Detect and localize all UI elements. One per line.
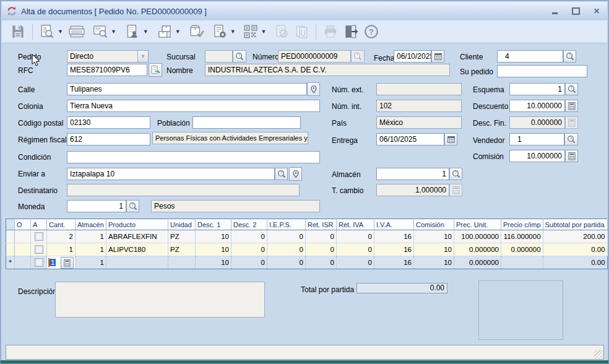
grid-header[interactable]: Producto <box>106 219 168 230</box>
comision-calculator-icon[interactable] <box>565 150 578 162</box>
cliente-search-icon[interactable] <box>563 50 576 63</box>
grid-cell[interactable]: 1 <box>47 243 76 256</box>
grid-header[interactable]: I.E.P.S. <box>267 219 306 230</box>
grid-cell[interactable]: 0 <box>267 243 306 256</box>
chevron-down-icon[interactable]: ▼ <box>261 28 267 35</box>
grid-cell-o[interactable] <box>15 230 31 243</box>
grid-header[interactable]: Ret. IVA <box>337 219 374 230</box>
grid-cell[interactable]: 0 <box>306 256 337 269</box>
rfc-validate-icon[interactable] <box>149 63 162 77</box>
grid-cell-o[interactable] <box>15 256 31 269</box>
grid-cell[interactable]: 0.000000 <box>454 243 501 256</box>
grid-cell[interactable]: 0 <box>306 243 337 256</box>
grid-cell[interactable]: 0.000000 <box>454 256 501 269</box>
stock-confirm-icon[interactable] <box>189 22 205 41</box>
grid-cell[interactable]: ALIPVC180 <box>106 243 168 256</box>
document-search-icon[interactable] <box>92 22 108 41</box>
num-int-field[interactable]: 102 <box>376 100 462 112</box>
grid-cell[interactable]: 0 <box>231 243 267 256</box>
grid-cell[interactable]: 0.00 <box>543 243 607 256</box>
grid-header[interactable]: Desc. 2 <box>231 219 267 230</box>
grid-cell[interactable]: 0 <box>337 230 374 243</box>
grid-cell-checkbox[interactable] <box>31 256 47 269</box>
grid-cell[interactable]: 10 <box>414 230 454 243</box>
calle-field[interactable]: Tulipanes <box>67 83 307 95</box>
grid-header[interactable]: Precio c/imp <box>501 219 543 230</box>
grid-cell[interactable]: 0 <box>306 230 337 243</box>
chevron-down-icon[interactable]: ▼ <box>111 28 116 35</box>
grid-cell[interactable]: 0 <box>231 256 267 269</box>
sucursal-search-icon[interactable] <box>233 50 246 63</box>
grid-cell[interactable] <box>168 256 196 269</box>
grid-cell-o[interactable] <box>15 243 31 256</box>
catalog-search-icon[interactable] <box>39 22 55 41</box>
grid-cell[interactable]: PZ <box>168 243 196 256</box>
condicion-field[interactable] <box>67 151 320 163</box>
client-info-icon[interactable] <box>124 22 140 41</box>
entrega-calendar-icon[interactable] <box>444 133 457 145</box>
grid-cell[interactable]: 1 <box>76 256 106 269</box>
grid-header[interactable]: Almacén <box>76 219 106 230</box>
grid-header[interactable]: Desc. 1 <box>196 219 231 230</box>
grid-cell[interactable] <box>501 256 543 269</box>
grid-cell[interactable]: 100.000000 <box>454 230 501 243</box>
grid-header[interactable]: Ret. ISR <box>306 219 337 230</box>
grid-cell[interactable]: 2 <box>47 230 76 243</box>
grid-cell[interactable] <box>106 256 168 269</box>
grid-cell[interactable]: 0.00 <box>543 256 607 269</box>
fecha-field[interactable]: 06/10/2025 <box>394 50 431 63</box>
moneda-search-icon[interactable] <box>126 200 139 212</box>
grid-cell[interactable]: 10 <box>196 243 231 256</box>
chevron-down-icon[interactable]: ▼ <box>58 28 63 35</box>
entrega-field[interactable]: 06/10/2025 <box>376 133 444 145</box>
folio-counter-icon[interactable]: 0000 <box>68 22 85 41</box>
chevron-down-icon[interactable]: ▼ <box>230 28 236 35</box>
grid-cell[interactable]: 0 <box>337 243 374 256</box>
checkbox[interactable] <box>35 232 43 241</box>
descuento-field[interactable]: 10.000000 <box>509 100 565 112</box>
codigo-postal-field[interactable]: 02130 <box>67 116 150 129</box>
grid-cell[interactable]: PZ <box>168 230 196 243</box>
regimen-fiscal-field[interactable]: 612 <box>67 133 150 145</box>
grid-cell[interactable]: 0 <box>267 256 306 269</box>
esquema-field[interactable]: 1 <box>509 83 565 95</box>
cant-editor[interactable]: 1 <box>47 256 75 269</box>
poblacion-field[interactable] <box>192 116 301 129</box>
cliente-field[interactable]: 4 <box>497 50 563 63</box>
grid-cell-cant-editor[interactable]: 1 <box>47 256 76 269</box>
chevron-down-icon[interactable]: ▼ <box>175 28 181 35</box>
grid-header[interactable]: Cant. <box>47 219 76 230</box>
calle-map-pin-icon[interactable] <box>307 82 320 96</box>
descripcion-textarea[interactable] <box>55 282 265 318</box>
grid-cell[interactable]: 16 <box>374 243 414 256</box>
moneda-field[interactable]: 1 <box>67 200 126 212</box>
numero-field[interactable]: PED0000000009 <box>278 50 351 63</box>
grid-cell[interactable]: 10 <box>196 256 231 269</box>
grid-header[interactable]: Subtotal por partida <box>543 219 607 230</box>
grid-cell[interactable]: 1 <box>76 243 106 256</box>
grid-cell[interactable]: 10 <box>414 243 454 256</box>
grid-header[interactable]: A <box>31 219 47 230</box>
help-icon[interactable]: ? <box>363 22 379 41</box>
enviar-a-map-pin-icon[interactable] <box>289 167 302 181</box>
checkbox[interactable] <box>35 258 43 267</box>
grid-cell[interactable]: 0 <box>231 230 267 243</box>
esquema-search-icon[interactable] <box>565 83 578 95</box>
minimize-button[interactable] <box>549 6 560 16</box>
fecha-calendar-icon[interactable] <box>431 50 444 63</box>
rfc-field[interactable]: MESE871009PV6 <box>67 64 147 76</box>
pais-field[interactable]: México <box>376 116 462 129</box>
document-status-icon[interactable] <box>212 22 228 41</box>
grid-cell-checkbox[interactable] <box>31 230 47 243</box>
grid-header[interactable]: I.V.A. <box>374 219 414 230</box>
grid-cell[interactable]: 0 <box>267 230 306 243</box>
grid-cell[interactable]: 10 <box>196 230 231 243</box>
grid-cell[interactable]: 10 <box>414 256 454 269</box>
resize-grip[interactable] <box>594 350 603 358</box>
sucursal-field[interactable] <box>205 50 233 63</box>
vendedor-search-icon[interactable] <box>564 133 578 145</box>
grid-cell[interactable]: 200.00 <box>543 230 607 243</box>
grid-cell[interactable]: 16 <box>374 230 414 243</box>
num-ext-field[interactable] <box>376 83 462 95</box>
descuento-calculator-icon[interactable] <box>565 100 578 112</box>
